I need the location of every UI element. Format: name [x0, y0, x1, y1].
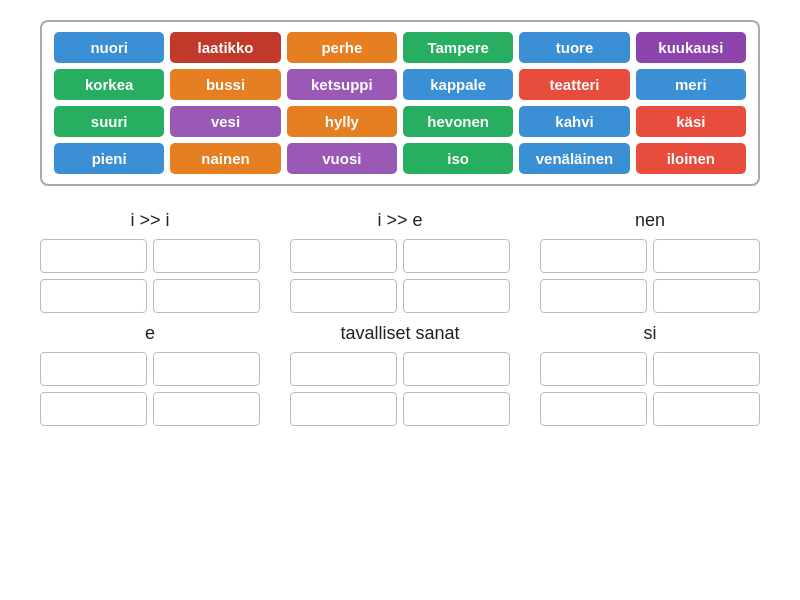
drop-grid-e [40, 352, 260, 426]
word-tile-perhe[interactable]: perhe [287, 32, 397, 63]
word-tile-iso[interactable]: iso [403, 143, 513, 174]
drop-box-i-e-0[interactable] [290, 239, 397, 273]
drop-box-nen-0[interactable] [540, 239, 647, 273]
category-label-i-i: i >> i [130, 210, 169, 231]
drop-box-i-e-3[interactable] [403, 279, 510, 313]
drop-box-si-2[interactable] [540, 392, 647, 426]
drop-box-e-0[interactable] [40, 352, 147, 386]
word-tile-kuukausi[interactable]: kuukausi [636, 32, 746, 63]
word-tile-vuosi[interactable]: vuosi [287, 143, 397, 174]
word-tile-käsi[interactable]: käsi [636, 106, 746, 137]
word-tile-nuori[interactable]: nuori [54, 32, 164, 63]
word-tile-tuore[interactable]: tuore [519, 32, 629, 63]
drop-grid-nen [540, 239, 760, 313]
drop-box-tav-0[interactable] [290, 352, 397, 386]
word-tile-ketsuppi[interactable]: ketsuppi [287, 69, 397, 100]
category-label-nen: nen [635, 210, 665, 231]
drop-box-si-3[interactable] [653, 392, 760, 426]
drop-grid-si [540, 352, 760, 426]
drop-box-e-2[interactable] [40, 392, 147, 426]
word-tile-bussi[interactable]: bussi [170, 69, 280, 100]
drop-grid-tav [290, 352, 510, 426]
drop-box-tav-1[interactable] [403, 352, 510, 386]
drop-box-nen-2[interactable] [540, 279, 647, 313]
word-tile-venäläinen[interactable]: venäläinen [519, 143, 629, 174]
word-tile-kahvi[interactable]: kahvi [519, 106, 629, 137]
drop-box-i-i-0[interactable] [40, 239, 147, 273]
category-si: si [540, 323, 760, 426]
word-tile-iloinen[interactable]: iloinen [636, 143, 746, 174]
word-tile-suuri[interactable]: suuri [54, 106, 164, 137]
word-tile-teatteri[interactable]: teatteri [519, 69, 629, 100]
word-tile-kappale[interactable]: kappale [403, 69, 513, 100]
drop-box-tav-2[interactable] [290, 392, 397, 426]
drop-grid-i-e [290, 239, 510, 313]
drop-box-si-0[interactable] [540, 352, 647, 386]
word-tile-meri[interactable]: meri [636, 69, 746, 100]
drop-box-tav-3[interactable] [403, 392, 510, 426]
category-i-i: i >> i [40, 210, 260, 313]
category-nen: nen [540, 210, 760, 313]
drop-box-e-3[interactable] [153, 392, 260, 426]
drop-box-i-i-3[interactable] [153, 279, 260, 313]
category-label-i-e: i >> e [377, 210, 422, 231]
word-tile-korkea[interactable]: korkea [54, 69, 164, 100]
drop-grid-i-i [40, 239, 260, 313]
word-tile-pieni[interactable]: pieni [54, 143, 164, 174]
categories-grid: i >> ii >> enenetavalliset sanatsi [40, 210, 760, 426]
drop-box-i-e-1[interactable] [403, 239, 510, 273]
category-label-e: e [145, 323, 155, 344]
drop-box-i-i-2[interactable] [40, 279, 147, 313]
category-label-si: si [644, 323, 657, 344]
drop-box-nen-1[interactable] [653, 239, 760, 273]
drop-box-nen-3[interactable] [653, 279, 760, 313]
word-tile-Tampere[interactable]: Tampere [403, 32, 513, 63]
category-tav: tavalliset sanat [290, 323, 510, 426]
drop-box-e-1[interactable] [153, 352, 260, 386]
word-tile-nainen[interactable]: nainen [170, 143, 280, 174]
category-label-tav: tavalliset sanat [340, 323, 459, 344]
word-bank: nuorilaatikkoperheTamperetuorekuukausiko… [40, 20, 760, 186]
word-tile-hylly[interactable]: hylly [287, 106, 397, 137]
category-e: e [40, 323, 260, 426]
word-tile-laatikko[interactable]: laatikko [170, 32, 280, 63]
word-tile-vesi[interactable]: vesi [170, 106, 280, 137]
drop-box-i-i-1[interactable] [153, 239, 260, 273]
drop-box-si-1[interactable] [653, 352, 760, 386]
drop-box-i-e-2[interactable] [290, 279, 397, 313]
word-tile-hevonen[interactable]: hevonen [403, 106, 513, 137]
category-i-e: i >> e [290, 210, 510, 313]
